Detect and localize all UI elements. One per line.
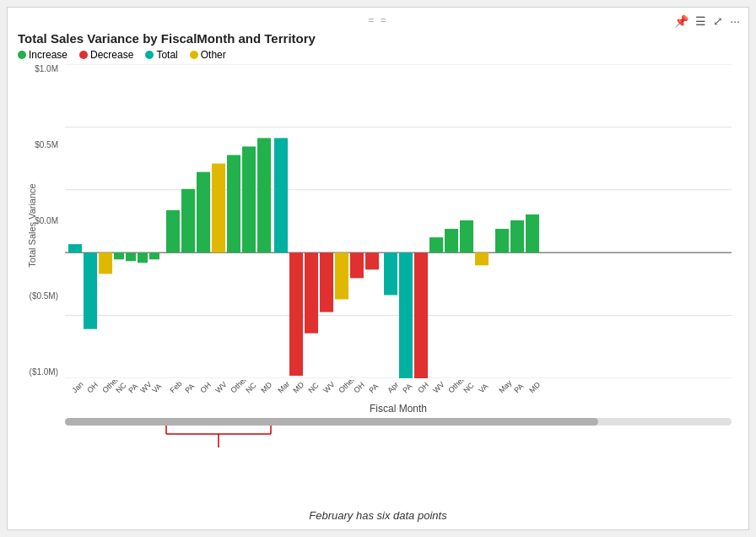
legend-dot-other (190, 51, 198, 59)
x-axis-label: Fiscal Month (370, 403, 427, 415)
svg-text:Jan: Jan (70, 380, 84, 394)
legend-item-increase: Increase (18, 49, 68, 61)
ytick-5: ($1.0M) (30, 367, 58, 377)
svg-rect-10 (114, 252, 124, 259)
svg-text:May: May (497, 380, 513, 394)
svg-rect-32 (429, 237, 443, 252)
svg-rect-13 (149, 252, 159, 259)
svg-rect-37 (510, 220, 524, 252)
ytick-4: ($0.5M) (30, 291, 58, 301)
legend-label-other: Other (201, 49, 226, 61)
svg-rect-11 (126, 252, 136, 261)
svg-text:Mar: Mar (276, 380, 291, 394)
ytick-2: $0.5M (35, 140, 58, 149)
legend-label-total: Total (156, 49, 177, 61)
svg-rect-24 (305, 252, 318, 334)
svg-rect-20 (242, 147, 256, 253)
svg-text:PA: PA (183, 382, 196, 394)
svg-text:NC: NC (306, 381, 321, 395)
svg-text:OH: OH (85, 381, 100, 395)
svg-text:MD: MD (527, 380, 542, 394)
legend-label-increase: Increase (29, 49, 68, 61)
svg-text:PA: PA (512, 382, 525, 394)
pin-icon[interactable]: 📌 (674, 14, 688, 28)
svg-rect-17 (197, 172, 210, 253)
svg-rect-28 (365, 252, 379, 269)
filter-icon[interactable]: ☰ (695, 14, 706, 28)
svg-text:WV: WV (321, 380, 336, 394)
chart-title: Total Sales Variance by FiscalMonth and … (18, 31, 738, 46)
svg-rect-26 (335, 252, 348, 299)
svg-rect-30 (399, 252, 413, 378)
svg-rect-27 (350, 252, 364, 278)
svg-text:WV: WV (431, 380, 446, 394)
svg-rect-38 (526, 214, 539, 252)
ytick-1: $1.0M (35, 64, 58, 73)
card-icons: 📌 ☰ ⤢ ··· (674, 14, 740, 28)
more-icon[interactable]: ··· (730, 14, 740, 28)
svg-text:MD: MD (259, 380, 273, 394)
legend-item-total: Total (145, 49, 177, 61)
ytick-3: $0.0M (35, 216, 58, 225)
svg-rect-23 (289, 252, 303, 376)
svg-text:PA: PA (127, 382, 139, 394)
legend-label-decrease: Decrease (90, 49, 133, 61)
svg-text:WV: WV (213, 380, 228, 394)
svg-rect-8 (84, 252, 97, 328)
svg-text:OH: OH (198, 381, 213, 395)
svg-rect-15 (166, 210, 180, 252)
annotation-svg (65, 417, 732, 468)
svg-text:MD: MD (291, 380, 305, 394)
chart-svg (65, 64, 732, 378)
svg-text:VA: VA (150, 382, 163, 394)
svg-text:Feb: Feb (168, 380, 183, 394)
svg-rect-31 (414, 252, 428, 378)
svg-rect-16 (181, 189, 195, 252)
svg-rect-33 (445, 229, 458, 252)
svg-rect-18 (212, 164, 225, 253)
svg-rect-12 (138, 252, 148, 263)
svg-rect-22 (274, 138, 288, 252)
svg-text:VA: VA (477, 382, 489, 394)
svg-rect-35 (475, 252, 489, 265)
svg-rect-34 (460, 220, 473, 252)
legend-item-other: Other (190, 49, 226, 61)
legend-dot-total (145, 51, 154, 59)
chart-card: = = 📌 ☰ ⤢ ··· Total Sales Variance by Fi… (7, 7, 749, 530)
svg-rect-21 (257, 138, 271, 252)
svg-rect-25 (320, 252, 333, 312)
svg-rect-9 (99, 252, 112, 274)
svg-text:PA: PA (367, 382, 380, 394)
legend-item-decrease: Decrease (79, 49, 133, 61)
drag-handle[interactable]: = = (368, 14, 387, 26)
chart-legend: Increase Decrease Total Other (18, 49, 738, 61)
svg-rect-7 (68, 244, 82, 252)
svg-rect-29 (384, 252, 397, 295)
svg-text:OH: OH (416, 381, 430, 395)
chart-area: Total Sales Variance $1.0M $0.5M $0.0M (… (18, 64, 738, 427)
legend-dot-increase (18, 51, 26, 59)
legend-dot-decrease (79, 51, 88, 59)
svg-text:Apr: Apr (386, 380, 400, 394)
svg-rect-19 (227, 155, 240, 253)
annotation-text: February has six data points (309, 509, 446, 522)
expand-icon[interactable]: ⤢ (713, 14, 723, 28)
svg-text:PA: PA (401, 382, 413, 394)
svg-rect-36 (495, 229, 509, 252)
